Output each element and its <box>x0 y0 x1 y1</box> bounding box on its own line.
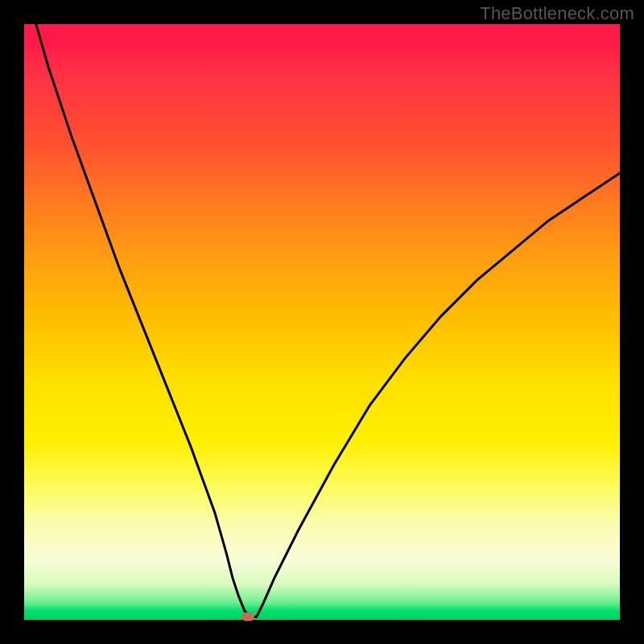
chart-marker-dot <box>242 613 254 621</box>
chart-plot-area <box>24 24 620 620</box>
watermark-text: TheBottleneck.com <box>480 3 634 24</box>
chart-curve <box>24 24 620 620</box>
